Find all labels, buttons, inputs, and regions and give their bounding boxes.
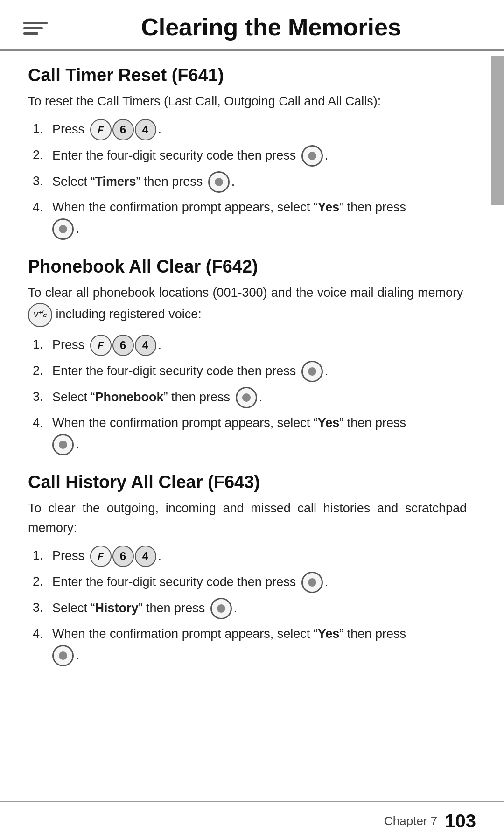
step-line1: When the confirmation prompt appears, se… bbox=[52, 624, 467, 644]
ok-button bbox=[236, 387, 257, 408]
page-title: Clearing the Memories bbox=[62, 13, 481, 41]
footer-page-number: 103 bbox=[445, 811, 476, 832]
step-num: 4. bbox=[33, 413, 52, 433]
step-line2: . bbox=[52, 645, 467, 666]
step-f643-2: 2. Enter the four-digit security code th… bbox=[33, 572, 467, 593]
step-content: When the confirmation prompt appears, se… bbox=[52, 413, 467, 455]
step-num: 3. bbox=[33, 387, 52, 407]
ok-button bbox=[210, 598, 232, 619]
step-content: Enter the four-digit security code then … bbox=[52, 361, 467, 382]
period: . bbox=[158, 119, 162, 140]
f-button: F bbox=[90, 335, 112, 356]
step-text: Press bbox=[52, 546, 88, 566]
period: . bbox=[325, 572, 329, 592]
step-num: 4. bbox=[33, 624, 52, 644]
step-line1: When the confirmation prompt appears, se… bbox=[52, 413, 467, 433]
step-f642-1: 1. Press F 6 4 . bbox=[33, 335, 467, 356]
step-num: 4. bbox=[33, 197, 52, 217]
section-title-f643: Call History All Clear (F643) bbox=[28, 472, 467, 492]
section-title-f642: Phonebook All Clear (F642) bbox=[28, 257, 467, 277]
section-desc-f642: To clear all phonebook locations (001-30… bbox=[28, 283, 467, 327]
page-header: Clearing the Memories bbox=[0, 0, 504, 51]
vc-button: V+/c bbox=[28, 303, 52, 327]
step-text: Enter the four-digit security code then … bbox=[52, 361, 300, 381]
scrollbar[interactable] bbox=[491, 56, 504, 205]
step-text: When the confirmation prompt appears, se… bbox=[52, 624, 406, 644]
step-f642-2: 2. Enter the four-digit security code th… bbox=[33, 361, 467, 382]
step-num: 1. bbox=[33, 119, 52, 139]
6-button: 6 bbox=[112, 546, 134, 567]
step-f641-1: 1. Press F 6 4 . bbox=[33, 119, 467, 140]
step-f641-2: 2. Enter the four-digit security code th… bbox=[33, 145, 467, 167]
ok-button bbox=[301, 361, 323, 382]
step-content: Enter the four-digit security code then … bbox=[52, 145, 467, 167]
step-content: Enter the four-digit security code then … bbox=[52, 572, 467, 593]
step-text: Select “Timers” then press bbox=[52, 172, 206, 192]
section-f642: Phonebook All Clear (F642) To clear all … bbox=[28, 257, 467, 455]
step-num: 3. bbox=[33, 171, 52, 191]
step-line1: When the confirmation prompt appears, se… bbox=[52, 197, 467, 217]
button-group: F 6 4 bbox=[90, 546, 156, 567]
step-f643-3: 3. Select “History” then press . bbox=[33, 598, 467, 619]
step-content: Select “Timers” then press . bbox=[52, 171, 467, 193]
footer-chapter-label: Chapter 7 bbox=[384, 814, 437, 828]
section-f641: Call Timer Reset (F641) To reset the Cal… bbox=[28, 65, 467, 240]
step-content: Press F 6 4 . bbox=[52, 119, 467, 140]
4-button: 4 bbox=[135, 546, 156, 567]
period: . bbox=[259, 387, 263, 407]
section-desc-f643: To clear the outgoing, incoming and miss… bbox=[28, 499, 467, 538]
step-text: Select “History” then press bbox=[52, 598, 209, 618]
main-content: Call Timer Reset (F641) To reset the Cal… bbox=[0, 51, 504, 697]
step-num: 2. bbox=[33, 361, 52, 381]
step-content: When the confirmation prompt appears, se… bbox=[52, 624, 467, 666]
ok-button bbox=[52, 434, 74, 455]
step-f643-4: 4. When the confirmation prompt appears,… bbox=[33, 624, 467, 666]
period: . bbox=[158, 335, 162, 355]
step-f641-4: 4. When the confirmation prompt appears,… bbox=[33, 197, 467, 240]
6-button: 6 bbox=[112, 119, 134, 140]
button-group: F 6 4 bbox=[90, 119, 156, 140]
f-button: F bbox=[90, 119, 112, 140]
step-num: 1. bbox=[33, 335, 52, 355]
step-content: When the confirmation prompt appears, se… bbox=[52, 197, 467, 240]
step-line2: . bbox=[52, 218, 467, 240]
step-f641-3: 3. Select “Timers” then press . bbox=[33, 171, 467, 193]
step-text: When the confirmation prompt appears, se… bbox=[52, 413, 406, 433]
f-button: F bbox=[90, 546, 112, 567]
step-text: Enter the four-digit security code then … bbox=[52, 146, 300, 166]
period: . bbox=[76, 434, 79, 455]
button-group: F 6 4 bbox=[90, 335, 156, 356]
section-title-f641: Call Timer Reset (F641) bbox=[28, 65, 467, 85]
ok-button bbox=[52, 645, 74, 666]
section-desc-f641: To reset the Call Timers (Last Call, Out… bbox=[28, 92, 467, 112]
step-f643-1: 1. Press F 6 4 . bbox=[33, 546, 467, 567]
step-content: Press F 6 4 . bbox=[52, 546, 467, 567]
ok-button bbox=[301, 145, 323, 167]
step-text: Enter the four-digit security code then … bbox=[52, 572, 300, 592]
step-content: Select “Phonebook” then press . bbox=[52, 387, 467, 408]
step-text: Press bbox=[52, 119, 88, 140]
step-f642-4: 4. When the confirmation prompt appears,… bbox=[33, 413, 467, 455]
period: . bbox=[231, 172, 235, 192]
step-text: When the confirmation prompt appears, se… bbox=[52, 197, 406, 217]
step-text: Select “Phonebook” then press bbox=[52, 387, 234, 407]
step-num: 1. bbox=[33, 546, 52, 566]
period: . bbox=[76, 645, 79, 665]
document-icon bbox=[23, 22, 48, 35]
period: . bbox=[325, 146, 329, 166]
page-footer: Chapter 7 103 bbox=[0, 801, 504, 840]
section-f643: Call History All Clear (F643) To clear t… bbox=[28, 472, 467, 666]
steps-f642: 1. Press F 6 4 . 2. Enter the four-digit… bbox=[28, 335, 467, 455]
period: . bbox=[234, 598, 238, 618]
step-num: 3. bbox=[33, 598, 52, 618]
step-num: 2. bbox=[33, 145, 52, 165]
4-button: 4 bbox=[135, 119, 156, 140]
step-num: 2. bbox=[33, 572, 52, 592]
period: . bbox=[158, 546, 162, 566]
6-button: 6 bbox=[112, 335, 134, 356]
period: . bbox=[76, 219, 79, 239]
4-button: 4 bbox=[135, 335, 156, 356]
step-f642-3: 3. Select “Phonebook” then press . bbox=[33, 387, 467, 408]
step-text: Press bbox=[52, 335, 88, 355]
ok-button bbox=[52, 218, 74, 240]
